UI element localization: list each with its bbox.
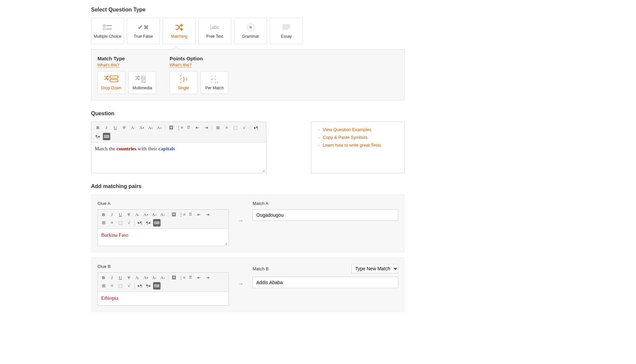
qtype-grammar[interactable]: ✖ Grammar bbox=[234, 18, 267, 44]
ltr-button[interactable]: ▸¶ bbox=[252, 124, 260, 131]
qtype-free-text[interactable]: abc Free Text bbox=[198, 18, 231, 44]
shuffle-icon bbox=[175, 23, 183, 31]
keyboard-button[interactable]: ⌨ bbox=[153, 282, 161, 290]
subscript-button[interactable]: Ax bbox=[159, 274, 166, 281]
font-color-button[interactable]: A▪ bbox=[129, 124, 137, 131]
ltr-button[interactable]: ▸¶ bbox=[136, 219, 144, 226]
ltr-button[interactable]: ▸¶ bbox=[136, 282, 144, 290]
ordered-list-button[interactable]: ⋮≡ bbox=[178, 274, 186, 281]
help-link-item: View Question Examples bbox=[318, 127, 398, 132]
separator bbox=[168, 212, 168, 218]
image-button[interactable]: 🖼 bbox=[170, 211, 177, 218]
equation-button[interactable]: √ bbox=[125, 282, 133, 290]
resize-handle[interactable]: ◢ bbox=[98, 242, 229, 246]
underline-button[interactable]: U bbox=[117, 211, 124, 218]
points-per-match[interactable]: ✓ 1✗ 0✓ 2.5 Per Match bbox=[201, 71, 228, 94]
italic-button[interactable]: I bbox=[103, 124, 110, 131]
indent-button[interactable]: ⇥ bbox=[202, 124, 210, 131]
align-button[interactable]: ≡ bbox=[108, 282, 116, 290]
match-label: Match B bbox=[253, 266, 269, 271]
outdent-button[interactable]: ⇤ bbox=[195, 211, 203, 218]
font-color-button[interactable]: A▪ bbox=[134, 274, 141, 281]
font-color-button[interactable]: A▪ bbox=[134, 211, 141, 218]
help-link-item: Learn how to write great Tests bbox=[318, 143, 398, 148]
image-button[interactable]: 🖼 bbox=[170, 274, 177, 281]
view-examples-link[interactable]: View Question Examples bbox=[323, 127, 371, 132]
image-button[interactable]: 🖼 bbox=[167, 124, 175, 131]
arrow-icon: → bbox=[236, 201, 246, 224]
points-option-title: Points Option bbox=[170, 56, 228, 61]
qtype-essay[interactable]: Essay bbox=[270, 18, 303, 44]
clue-content[interactable]: Ethiopia bbox=[98, 292, 229, 305]
write-tests-link[interactable]: Learn how to write great Tests bbox=[323, 143, 381, 148]
italic-button[interactable]: I bbox=[108, 211, 116, 218]
indent-button[interactable]: ⇥ bbox=[204, 211, 211, 218]
keyboard-button[interactable]: ⌨ bbox=[103, 133, 110, 140]
insert-button[interactable]: ⬚ bbox=[232, 124, 239, 131]
question-text: with their bbox=[136, 146, 158, 151]
superscript-button[interactable]: Ax bbox=[147, 124, 154, 131]
table-button[interactable]: ⊞ bbox=[100, 219, 107, 226]
points-single[interactable]: ✓✓✓} 1 Single bbox=[170, 71, 197, 94]
strikethrough-button[interactable]: T bbox=[120, 124, 128, 131]
insert-button[interactable]: ⬚ bbox=[117, 282, 124, 290]
match-input[interactable] bbox=[253, 209, 398, 221]
separator bbox=[212, 125, 212, 131]
subscript-button[interactable]: Ax bbox=[159, 211, 166, 218]
copy-symbols-link[interactable]: Copy & Paste Symbols bbox=[323, 135, 368, 140]
italic-button[interactable]: I bbox=[108, 274, 116, 281]
outdent-button[interactable]: ⇤ bbox=[195, 274, 203, 281]
underline-button[interactable]: U bbox=[112, 124, 119, 131]
match-type-dropdown[interactable]: Drop Down bbox=[97, 71, 125, 94]
match-label: Match A bbox=[253, 201, 268, 206]
whats-this-link[interactable]: What's this? bbox=[97, 63, 119, 68]
keyboard-button[interactable]: ⌨ bbox=[153, 219, 161, 226]
superscript-button[interactable]: Ax bbox=[150, 274, 158, 281]
table-button[interactable]: ⊞ bbox=[214, 124, 222, 131]
outdent-button[interactable]: ⇤ bbox=[194, 124, 201, 131]
font-size-button[interactable]: A▾ bbox=[142, 211, 149, 218]
match-input[interactable] bbox=[253, 277, 398, 288]
insert-button[interactable]: ⬚ bbox=[117, 219, 124, 226]
question-content[interactable]: Match the countries with their capitals bbox=[91, 143, 266, 170]
subscript-button[interactable]: Ax bbox=[155, 124, 163, 131]
unordered-list-button[interactable]: ⠿ bbox=[185, 124, 192, 131]
qtype-true-false[interactable]: ✔✖ True False bbox=[127, 18, 160, 44]
bold-button[interactable]: B bbox=[100, 211, 107, 218]
table-button[interactable]: ⊞ bbox=[100, 282, 107, 290]
match-type-multimedia[interactable]: Multimedia bbox=[128, 71, 156, 94]
bold-button[interactable]: B bbox=[94, 124, 102, 131]
rtl-button[interactable]: ¶◂ bbox=[145, 282, 152, 290]
indent-button[interactable]: ⇥ bbox=[204, 274, 211, 281]
bold-button[interactable]: B bbox=[100, 274, 107, 281]
superscript-button[interactable]: Ax bbox=[150, 211, 158, 218]
separator bbox=[165, 125, 165, 131]
ordered-list-button[interactable]: ⋮≡ bbox=[176, 124, 183, 131]
qtype-matching[interactable]: Matching bbox=[163, 18, 196, 44]
unordered-list-button[interactable]: ⠿ bbox=[187, 211, 194, 218]
font-size-button[interactable]: A▾ bbox=[142, 274, 149, 281]
resize-handle[interactable]: ◢ bbox=[91, 170, 266, 173]
qtype-multiple-choice[interactable]: Multiple Choice bbox=[91, 18, 124, 44]
shuffle-dropdown-icon bbox=[104, 75, 119, 84]
rtl-button[interactable]: ¶◂ bbox=[145, 219, 152, 226]
font-size-button[interactable]: A▾ bbox=[138, 124, 145, 131]
underline-button[interactable]: U bbox=[117, 274, 124, 281]
align-button[interactable]: ≡ bbox=[108, 219, 116, 226]
align-button[interactable]: ≡ bbox=[223, 124, 230, 131]
clue-label: Clue B bbox=[97, 264, 229, 269]
strikethrough-button[interactable]: T bbox=[125, 274, 133, 281]
clue-content[interactable]: Burkina Faso bbox=[98, 229, 229, 242]
unordered-list-button[interactable]: ⠿ bbox=[187, 274, 194, 281]
rtl-button[interactable]: ¶◂ bbox=[94, 133, 102, 140]
ordered-list-button[interactable]: ⋮≡ bbox=[178, 211, 186, 218]
svg-rect-9 bbox=[110, 80, 118, 82]
equation-button[interactable]: √ bbox=[125, 219, 133, 226]
pair-row: Clue B B I U T A▪ A▾ Ax Ax bbox=[91, 257, 405, 312]
whats-this-link[interactable]: What's this? bbox=[170, 63, 192, 68]
question-text: Match the bbox=[95, 146, 116, 151]
match-type-select[interactable]: Type New Match bbox=[351, 264, 398, 273]
strikethrough-button[interactable]: T bbox=[125, 211, 133, 218]
matching-config-panel: Match Type What's this? Drop Down Multim… bbox=[91, 49, 405, 100]
equation-button[interactable]: √ bbox=[240, 124, 248, 131]
